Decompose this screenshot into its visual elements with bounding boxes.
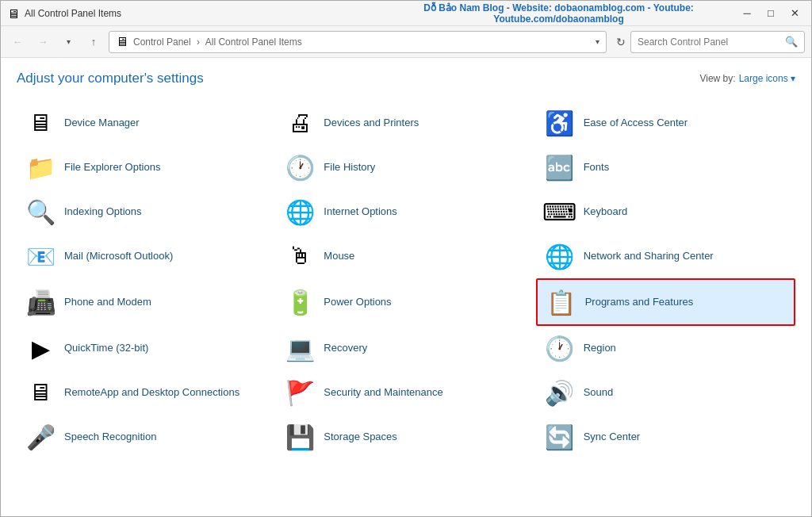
sync-center-label: Sync Center: [584, 431, 641, 444]
panel-item-region[interactable]: 🕐 Region: [536, 326, 795, 370]
sound-icon: 🔊: [544, 377, 576, 408]
panel-item-quicktime[interactable]: ▶ QuickTime (32-bit): [17, 326, 276, 370]
search-icon: 🔍: [785, 36, 798, 48]
sound-label: Sound: [584, 386, 614, 400]
panel-item-programs-features[interactable]: 📋 Programs and Features: [536, 278, 795, 326]
window-title: All Control Panel Items: [25, 8, 381, 19]
file-explorer-options-label: File Explorer Options: [64, 161, 160, 174]
search-box[interactable]: 🔍: [630, 31, 805, 53]
fonts-label: Fonts: [584, 161, 610, 174]
mail-icon: 📧: [25, 240, 56, 272]
keyboard-icon: ⌨: [544, 196, 576, 228]
panel-item-recovery[interactable]: 💻 Recovery: [276, 326, 535, 370]
power-options-icon: 🔋: [284, 286, 316, 318]
security-maintenance-icon: 🚩: [284, 377, 316, 408]
region-label: Region: [584, 342, 616, 355]
panel-title: Adjust your computer's settings: [17, 71, 204, 86]
storage-spaces-icon: 💾: [284, 421, 316, 453]
fonts-icon: 🔤: [544, 151, 576, 183]
address-path: Control Panel › All Control Panel Items: [133, 36, 591, 48]
address-bar: ← → ▾ ↑ 🖥 Control Panel › All Control Pa…: [1, 26, 811, 58]
storage-spaces-label: Storage Spaces: [324, 431, 397, 444]
remoteapp-icon: 🖥: [25, 377, 56, 408]
panel-item-indexing-options[interactable]: 🔍 Indexing Options: [17, 190, 276, 234]
panel-item-internet-options[interactable]: 🌐 Internet Options: [276, 190, 535, 234]
power-options-label: Power Options: [324, 296, 391, 309]
recent-button[interactable]: ▾: [58, 32, 79, 52]
network-sharing-icon: 🌐: [544, 240, 576, 272]
keyboard-label: Keyboard: [584, 205, 628, 219]
internet-options-label: Internet Options: [324, 205, 397, 219]
forward-button[interactable]: →: [33, 32, 53, 52]
panel-item-phone-modem[interactable]: 📠 Phone and Modem: [17, 278, 276, 326]
panel-item-fonts[interactable]: 🔤 Fonts: [536, 145, 795, 190]
speech-recognition-icon: 🎤: [25, 421, 56, 453]
ease-of-access-label: Ease of Access Center: [584, 117, 688, 130]
view-by: View by: Large icons ▾: [699, 73, 795, 84]
panel-item-mouse[interactable]: 🖱 Mouse: [276, 234, 535, 278]
panel-item-sound[interactable]: 🔊 Sound: [536, 370, 795, 415]
panel-item-storage-spaces[interactable]: 💾 Storage Spaces: [276, 415, 535, 459]
panel-item-keyboard[interactable]: ⌨ Keyboard: [536, 190, 795, 234]
panel-item-mail[interactable]: 📧 Mail (Microsoft Outlook): [17, 234, 276, 278]
address-bar-input[interactable]: 🖥 Control Panel › All Control Panel Item…: [109, 31, 607, 53]
remoteapp-label: RemoteApp and Desktop Connections: [64, 386, 239, 400]
file-history-label: File History: [324, 161, 375, 174]
panel-item-devices-and-printers[interactable]: 🖨 Devices and Printers: [276, 101, 535, 145]
restore-button[interactable]: □: [760, 6, 781, 21]
address-chevron-icon[interactable]: ▾: [596, 37, 599, 46]
internet-options-icon: 🌐: [284, 196, 316, 228]
panel-item-security-maintenance[interactable]: 🚩 Security and Maintenance: [276, 370, 535, 415]
phone-modem-icon: 📠: [25, 286, 56, 318]
panel-item-sync-center[interactable]: 🔄 Sync Center: [536, 415, 795, 459]
address-icon: 🖥: [116, 36, 128, 48]
security-maintenance-label: Security and Maintenance: [324, 386, 442, 400]
panel-item-network-sharing[interactable]: 🌐 Network and Sharing Center: [536, 234, 795, 278]
panel-item-power-options[interactable]: 🔋 Power Options: [276, 278, 535, 326]
device-manager-icon: 🖥: [25, 107, 56, 139]
recovery-label: Recovery: [324, 342, 367, 355]
quicktime-label: QuickTime (32-bit): [64, 342, 148, 355]
devices-and-printers-icon: 🖨: [284, 107, 316, 139]
phone-modem-label: Phone and Modem: [64, 296, 151, 309]
recovery-icon: 💻: [284, 332, 316, 364]
panel-item-file-history[interactable]: 🕐 File History: [276, 145, 535, 190]
title-bar: 🖥 All Control Panel Items Dỗ Bảo Nam Blo…: [1, 1, 811, 26]
window: 🖥 All Control Panel Items Dỗ Bảo Nam Blo…: [0, 0, 812, 517]
sync-center-icon: 🔄: [544, 421, 576, 453]
region-icon: 🕐: [544, 332, 576, 364]
speech-recognition-label: Speech Recognition: [64, 431, 156, 444]
up-button[interactable]: ↑: [83, 32, 104, 52]
mail-label: Mail (Microsoft Outlook): [64, 250, 173, 263]
view-by-label: View by:: [699, 73, 735, 84]
panel-item-remoteapp[interactable]: 🖥 RemoteApp and Desktop Connections: [17, 370, 276, 415]
window-controls: ─ □ ✕: [737, 6, 805, 21]
quicktime-icon: ▶: [25, 332, 56, 364]
items-grid: 🖥 Device Manager 🖨 Devices and Printers …: [17, 101, 795, 459]
blog-title: Dỗ Bảo Nam Blog - Website: dobaonamblog.…: [381, 2, 737, 25]
panel-item-ease-of-access[interactable]: ♿ Ease of Access Center: [536, 101, 795, 145]
mouse-label: Mouse: [324, 250, 354, 263]
minimize-button[interactable]: ─: [737, 6, 757, 21]
refresh-button[interactable]: ↻: [616, 36, 626, 48]
search-input[interactable]: [638, 36, 785, 48]
panel-item-file-explorer-options[interactable]: 📁 File Explorer Options: [17, 145, 276, 190]
devices-and-printers-label: Devices and Printers: [324, 117, 419, 130]
content-area: Adjust your computer's settings View by:…: [1, 58, 811, 516]
panel-item-speech-recognition[interactable]: 🎤 Speech Recognition: [17, 415, 276, 459]
programs-features-label: Programs and Features: [585, 296, 694, 309]
view-by-dropdown[interactable]: Large icons ▾: [739, 73, 795, 84]
panel-item-device-manager[interactable]: 🖥 Device Manager: [17, 101, 276, 145]
programs-features-icon: 📋: [546, 286, 577, 318]
file-history-icon: 🕐: [284, 151, 316, 183]
ease-of-access-icon: ♿: [544, 107, 576, 139]
file-explorer-options-icon: 📁: [25, 151, 56, 183]
window-icon: 🖥: [7, 7, 20, 20]
close-button[interactable]: ✕: [784, 6, 805, 21]
main-panel: Adjust your computer's settings View by:…: [1, 58, 811, 516]
indexing-options-label: Indexing Options: [64, 205, 142, 219]
back-button[interactable]: ←: [7, 32, 28, 52]
network-sharing-label: Network and Sharing Center: [584, 250, 714, 263]
device-manager-label: Device Manager: [64, 117, 140, 130]
mouse-icon: 🖱: [284, 240, 316, 272]
